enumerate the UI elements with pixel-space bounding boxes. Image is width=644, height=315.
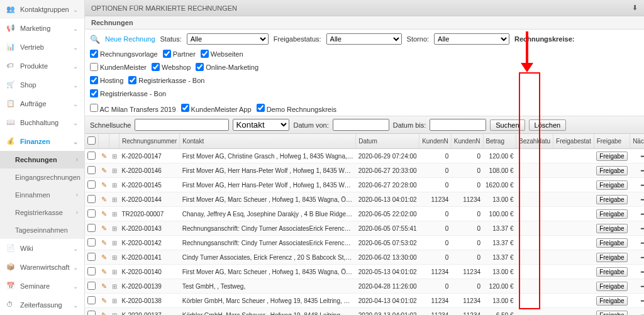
copy-icon[interactable]: ⊞ xyxy=(112,196,117,203)
row-checkbox[interactable] xyxy=(87,209,96,218)
edit-icon[interactable]: ✎ xyxy=(101,239,107,246)
col-header[interactable]: KundenN xyxy=(419,134,452,149)
storno-select[interactable]: Alle xyxy=(434,33,509,45)
col-header[interactable] xyxy=(99,134,109,149)
nav-wiki[interactable]: 📄Wiki ⌄ xyxy=(0,239,84,258)
check-webseiten[interactable]: Webseiten xyxy=(201,50,243,58)
nav-marketing[interactable]: 📢Marketing ⌄ xyxy=(0,19,84,38)
checkbox[interactable] xyxy=(257,104,265,112)
checkbox[interactable] xyxy=(90,50,98,58)
date-from-input[interactable] xyxy=(333,119,389,131)
nav-buchhaltung[interactable]: 📖Buchhaltung ⌄ xyxy=(0,113,84,132)
freigabe-button[interactable]: Freigabe xyxy=(596,195,627,204)
search-field-select[interactable]: Kontakt xyxy=(233,119,289,131)
copy-icon[interactable]: ⊞ xyxy=(112,297,117,304)
subnav-rechnungen[interactable]: Rechnungen› xyxy=(0,151,84,169)
select-all-checkbox[interactable] xyxy=(87,136,96,145)
col-header[interactable] xyxy=(109,134,119,149)
nav-shop[interactable]: 🛒Shop ⌄ xyxy=(0,75,84,94)
next-arrow-icon[interactable]: ➜ xyxy=(640,296,644,306)
check-kundenmeister-app[interactable]: KundenMeister App xyxy=(181,104,252,113)
checkbox[interactable] xyxy=(163,50,171,58)
collapse-icon[interactable]: ⬇ xyxy=(632,4,638,12)
col-header[interactable]: Betrag xyxy=(483,134,516,149)
freigabe-button[interactable]: Freigabe xyxy=(596,311,627,316)
freigabe-select[interactable]: Alle xyxy=(326,33,402,45)
freigabe-button[interactable]: Freigabe xyxy=(596,224,627,233)
edit-icon[interactable]: ✎ xyxy=(101,297,107,304)
edit-icon[interactable]: ✎ xyxy=(101,196,107,203)
row-checkbox[interactable] xyxy=(87,166,96,174)
check-registrierkasse---bon[interactable]: Registrierkasse - Bon xyxy=(128,76,204,84)
nav-vertrieb[interactable]: 📊Vertrieb ⌄ xyxy=(0,38,84,57)
checkbox[interactable] xyxy=(90,89,98,97)
nav-finanzen[interactable]: 💰Finanzen ⌄ xyxy=(0,132,84,151)
check-webshop[interactable]: Webshop xyxy=(152,63,191,71)
copy-icon[interactable]: ⊞ xyxy=(112,225,117,232)
checkbox[interactable] xyxy=(201,50,209,58)
freigabe-button[interactable]: Freigabe xyxy=(596,166,627,175)
row-checkbox[interactable] xyxy=(87,152,96,160)
col-header[interactable]: Bezahldatu xyxy=(516,134,553,149)
check-demo-rechnungskreis[interactable]: Demo Rechnungskreis xyxy=(257,104,336,113)
row-checkbox[interactable] xyxy=(87,253,96,261)
row-checkbox[interactable] xyxy=(87,224,96,232)
freigabe-button[interactable]: Freigabe xyxy=(596,267,627,277)
check-hosting[interactable]: Hosting xyxy=(90,76,123,84)
row-checkbox[interactable] xyxy=(87,267,96,275)
check-kundenmeister[interactable]: KundenMeister xyxy=(90,63,147,71)
subnav-eingangsrechnungen[interactable]: Eingangsrechnungen xyxy=(0,169,84,186)
edit-icon[interactable]: ✎ xyxy=(101,167,107,174)
check-ac-milan-transfers-2019[interactable]: AC Milan Transfers 2019 xyxy=(90,104,176,113)
freigabe-button[interactable]: Freigabe xyxy=(596,253,627,262)
nav-kontaktgruppen[interactable]: 👥Kontaktgruppen ⌄ xyxy=(0,0,84,19)
edit-icon[interactable]: ✎ xyxy=(101,210,107,218)
row-checkbox[interactable] xyxy=(87,195,96,203)
row-checkbox[interactable] xyxy=(87,311,96,316)
copy-icon[interactable]: ⊞ xyxy=(112,254,117,261)
edit-icon[interactable]: ✎ xyxy=(101,152,107,160)
col-header[interactable]: KundenN xyxy=(451,134,483,149)
checkbox[interactable] xyxy=(90,63,98,71)
row-checkbox[interactable] xyxy=(87,180,96,189)
status-select[interactable]: Alle xyxy=(187,33,269,45)
nav-aufträge[interactable]: 📋Aufträge ⌄ xyxy=(0,94,84,113)
col-header[interactable]: Nächste xyxy=(630,134,644,149)
clear-button[interactable]: Löschen xyxy=(529,119,567,131)
freigabe-button[interactable]: Freigabe xyxy=(596,152,627,161)
col-header[interactable]: Kontakt xyxy=(180,134,356,149)
subnav-einnahmen[interactable]: Einnahmen› xyxy=(0,186,84,204)
check-rechnungsvorlage[interactable]: Rechnungsvorlage xyxy=(90,50,158,58)
next-arrow-icon[interactable]: ➜ xyxy=(640,151,644,161)
checkbox[interactable] xyxy=(90,76,98,84)
col-header[interactable]: Freigabestat xyxy=(553,134,594,149)
col-header[interactable]: Rechnungsnummer xyxy=(119,134,180,149)
row-checkbox[interactable] xyxy=(87,296,96,304)
copy-icon[interactable]: ⊞ xyxy=(112,268,117,275)
next-arrow-icon[interactable]: ➜ xyxy=(640,165,644,175)
edit-icon[interactable]: ✎ xyxy=(101,268,107,275)
copy-icon[interactable]: ⊞ xyxy=(112,153,117,160)
next-arrow-icon[interactable]: ➜ xyxy=(640,310,644,315)
freigabe-button[interactable]: Freigabe xyxy=(596,296,627,306)
search-button[interactable]: Suchen xyxy=(490,119,525,131)
nav-zeiterfassung[interactable]: ⏱Zeiterfassung ⌄ xyxy=(0,296,84,314)
copy-icon[interactable]: ⊞ xyxy=(112,312,117,316)
checkbox[interactable] xyxy=(128,76,136,84)
copy-icon[interactable]: ⊞ xyxy=(112,211,117,218)
edit-icon[interactable]: ✎ xyxy=(101,181,107,189)
subnav-tageseinnahmen[interactable]: Tageseinnahmen xyxy=(0,221,84,239)
copy-icon[interactable]: ⊞ xyxy=(112,182,117,189)
col-header[interactable]: Freigabe xyxy=(594,134,630,149)
freigabe-button[interactable]: Freigabe xyxy=(596,180,627,190)
edit-icon[interactable]: ✎ xyxy=(101,311,107,316)
freigabe-button[interactable]: Freigabe xyxy=(596,238,627,248)
next-arrow-icon[interactable]: ➜ xyxy=(640,180,644,190)
subnav-registrierkasse[interactable]: Registrierkasse› xyxy=(0,204,84,221)
date-to-input[interactable] xyxy=(430,119,486,131)
table-container[interactable]: RechnungsnummerKontaktDatumKundenNKunden… xyxy=(85,134,644,315)
checkbox[interactable] xyxy=(196,63,204,71)
check-partner[interactable]: Partner xyxy=(163,50,196,58)
next-arrow-icon[interactable]: ➜ xyxy=(640,194,644,204)
copy-icon[interactable]: ⊞ xyxy=(112,283,117,290)
